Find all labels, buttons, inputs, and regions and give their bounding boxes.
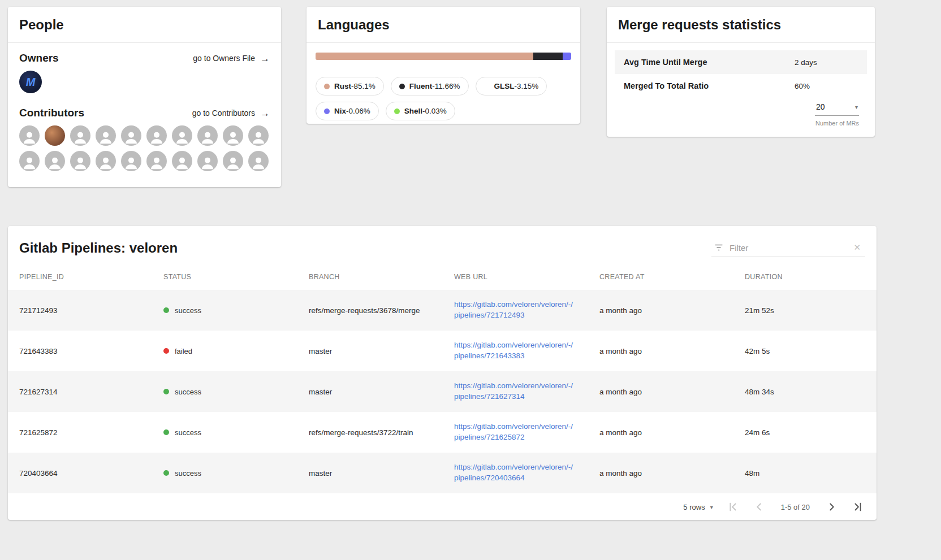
- mr-count-select[interactable]: 20 ▾: [815, 100, 859, 116]
- column-header-duration[interactable]: DURATION: [733, 268, 877, 290]
- language-percent: 3.15%: [517, 82, 538, 90]
- column-header-web-url[interactable]: WEB URL: [443, 268, 588, 290]
- person-icon: [174, 154, 191, 171]
- status-cell: success: [152, 371, 297, 412]
- language-percent: 11.66%: [435, 82, 460, 90]
- contributor-avatar[interactable]: [223, 125, 243, 146]
- stat-label: Merged To Total Ratio: [624, 81, 795, 90]
- filter-field[interactable]: ✕: [711, 238, 865, 257]
- language-name: Fluent: [409, 82, 433, 90]
- created-at-cell: a month ago: [588, 290, 733, 331]
- last-page-button[interactable]: [852, 501, 864, 513]
- person-icon: [46, 154, 63, 171]
- contributor-avatar[interactable]: [19, 125, 40, 146]
- contributor-avatar[interactable]: [96, 151, 116, 171]
- language-color-dot: [394, 108, 400, 114]
- language-bar-segment-glsl: [563, 53, 571, 60]
- languages-card-title: Languages: [318, 17, 569, 33]
- language-chip-glsl[interactable]: GLSL - 3.15%: [476, 77, 547, 95]
- contributors-title: Contributors: [19, 107, 84, 119]
- column-header-status[interactable]: STATUS: [152, 268, 297, 290]
- contributor-avatar[interactable]: [248, 151, 269, 171]
- person-icon: [97, 154, 114, 171]
- next-page-button[interactable]: [826, 501, 838, 513]
- arrow-right-icon: →: [260, 54, 270, 63]
- person-icon: [21, 129, 38, 146]
- contributor-avatar[interactable]: [223, 151, 243, 171]
- pipeline-link[interactable]: https://gitlab.com/veloren/veloren/-/pip…: [454, 422, 577, 443]
- contributor-avatar[interactable]: [172, 151, 192, 171]
- contributor-avatar[interactable]: [96, 125, 116, 146]
- table-header-row: PIPELINE_ID STATUS BRANCH WEB URL CREATE…: [8, 268, 877, 290]
- contributor-avatar[interactable]: [146, 125, 167, 146]
- filter-input[interactable]: [730, 243, 851, 253]
- status-dot: [163, 470, 169, 476]
- language-bar-segment-fluent: [533, 53, 563, 60]
- branch-cell: refs/merge-requests/3678/merge: [297, 290, 443, 331]
- language-percent: 85.1%: [354, 82, 375, 90]
- contributor-avatar[interactable]: [70, 151, 90, 171]
- status-label: success: [175, 388, 201, 396]
- language-chip-nix[interactable]: Nix - 0.06%: [316, 102, 379, 120]
- stat-row-avg-time: Avg Time Until Merge 2 days: [615, 50, 867, 74]
- contributor-avatar[interactable]: [197, 151, 218, 171]
- contributor-avatar[interactable]: [45, 125, 65, 146]
- column-header-created-at[interactable]: CREATED AT: [588, 268, 733, 290]
- previous-page-button[interactable]: [753, 501, 765, 513]
- person-icon: [174, 129, 191, 146]
- branch-cell: refs/merge-requests/3722/train: [297, 412, 443, 453]
- merge-stats-body: Avg Time Until Merge 2 days Merged To To…: [607, 43, 875, 127]
- web-url-cell: https://gitlab.com/veloren/veloren/-/pip…: [443, 453, 588, 493]
- arrow-right-icon: →: [260, 108, 270, 118]
- contributor-avatar[interactable]: [146, 151, 167, 171]
- status-dot: [163, 307, 169, 313]
- pipeline-link[interactable]: https://gitlab.com/veloren/veloren/-/pip…: [454, 299, 577, 321]
- pipelines-title: Gitlab Pipelines: veloren: [19, 240, 178, 256]
- contributor-avatar[interactable]: [19, 151, 40, 171]
- contributors-avatar-list: [8, 119, 281, 171]
- go-to-owners-link[interactable]: go to Owners File →: [193, 54, 270, 63]
- contributor-avatar[interactable]: [70, 125, 90, 146]
- status-label: failed: [175, 347, 192, 355]
- pipeline-row: 720403664 success master https://gitlab.…: [8, 453, 877, 493]
- pipeline-link[interactable]: https://gitlab.com/veloren/veloren/-/pip…: [454, 340, 577, 362]
- language-chip-shell[interactable]: Shell - 0.03%: [386, 102, 455, 120]
- last-page-icon: [852, 501, 864, 513]
- contributors-section-header: Contributors go to Contributors →: [8, 93, 281, 119]
- pipeline-row: 721625872 success refs/merge-requests/37…: [8, 412, 877, 453]
- column-header-pipeline-id[interactable]: PIPELINE_ID: [8, 268, 152, 290]
- contributor-avatar[interactable]: [172, 125, 192, 146]
- language-color-dot: [484, 84, 490, 89]
- owner-avatar[interactable]: M: [19, 71, 42, 93]
- contributor-avatar[interactable]: [121, 151, 141, 171]
- first-page-button[interactable]: [727, 501, 739, 513]
- pipeline-link[interactable]: https://gitlab.com/veloren/veloren/-/pip…: [454, 462, 577, 484]
- pipelines-header: Gitlab Pipelines: veloren ✕: [8, 226, 877, 268]
- pipeline-id-cell: 720403664: [8, 453, 152, 493]
- status-cell: failed: [152, 331, 297, 371]
- person-icon: [21, 154, 38, 171]
- contributor-avatar[interactable]: [197, 125, 218, 146]
- language-chip-rust[interactable]: Rust - 85.1%: [316, 77, 384, 95]
- rows-per-page-select[interactable]: 5 rows ▾: [683, 503, 713, 511]
- contributor-avatar[interactable]: [121, 125, 141, 146]
- first-page-icon: [727, 501, 739, 513]
- people-card-title: People: [19, 17, 270, 33]
- contributor-avatar[interactable]: [45, 151, 65, 171]
- merge-stats-card: Merge requests statistics Avg Time Until…: [607, 7, 875, 137]
- duration-cell: 21m 52s: [733, 290, 877, 331]
- created-at-cell: a month ago: [588, 331, 733, 371]
- merge-stats-card-title: Merge requests statistics: [618, 17, 864, 33]
- duration-cell: 48m 34s: [733, 371, 877, 412]
- language-name: Shell: [404, 107, 422, 115]
- status-label: success: [175, 306, 201, 315]
- go-to-contributors-link[interactable]: go to Contributors →: [192, 108, 270, 118]
- clear-filter-icon[interactable]: ✕: [851, 242, 863, 253]
- person-icon: [123, 154, 140, 171]
- mr-count-caption: Number of MRs: [815, 120, 859, 127]
- pipeline-link[interactable]: https://gitlab.com/veloren/veloren/-/pip…: [454, 381, 577, 402]
- column-header-branch[interactable]: BRANCH: [297, 268, 443, 290]
- pipelines-table: PIPELINE_ID STATUS BRANCH WEB URL CREATE…: [8, 268, 877, 493]
- language-chip-fluent[interactable]: Fluent - 11.66%: [391, 77, 469, 95]
- contributor-avatar[interactable]: [248, 125, 269, 146]
